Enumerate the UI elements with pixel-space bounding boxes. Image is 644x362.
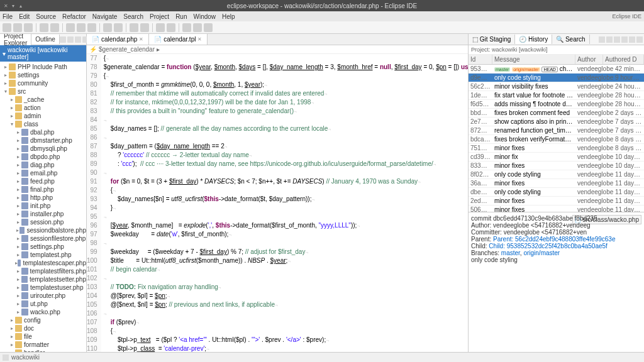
- tab-search[interactable]: 🔍 Search: [552, 35, 589, 44]
- window-min-icon[interactable]: ▾: [10, 3, 16, 9]
- commit-row[interactable]: 8339315minor fixesvendeeglobe 10 days ag…: [469, 162, 644, 170]
- tree-item[interactable]: ▸_cache: [0, 96, 86, 104]
- tree-item[interactable]: ▸dbpdo.php: [0, 153, 86, 161]
- editor-tab-calendar-php[interactable]: 📄calendar.php✕: [87, 34, 149, 45]
- debug-icon[interactable]: [66, 23, 75, 32]
- tree-item[interactable]: ▸file: [0, 332, 86, 341]
- menu-source[interactable]: Source: [36, 13, 56, 20]
- tree-item[interactable]: ▸sessiondbalstore.php: [0, 226, 86, 234]
- tree-item[interactable]: ▾src: [0, 87, 86, 96]
- tree-item[interactable]: ▸init.php: [0, 202, 86, 210]
- tree-item[interactable]: ▸config: [0, 316, 86, 324]
- commit-table[interactable]: Id Message Author Authored D 9538525mast…: [469, 55, 644, 212]
- tree-item[interactable]: ▸dbmstarter.php: [0, 136, 86, 145]
- tree-item[interactable]: ▸final.php: [0, 185, 86, 194]
- close-icon[interactable]: ✕: [139, 36, 143, 42]
- tree-item[interactable]: ▸ut.php: [0, 300, 86, 308]
- commit-row[interactable]: 8728d28renamed function get_time_formatt…: [469, 126, 644, 135]
- save-all-icon[interactable]: [24, 23, 33, 32]
- tab-history[interactable]: 🕘 History: [515, 35, 552, 44]
- tree-item[interactable]: ▸community: [0, 79, 86, 87]
- menu-project[interactable]: Project: [150, 13, 169, 20]
- tree-item[interactable]: ▸formatter: [0, 341, 86, 349]
- menu-search[interactable]: Search: [123, 13, 143, 20]
- commit-row[interactable]: 2ed0916minor fixesvendeeglobe 11 days ag…: [469, 197, 644, 206]
- tree-item[interactable]: ▸wacko.php: [0, 308, 86, 316]
- run-icon[interactable]: [77, 23, 86, 32]
- back-icon[interactable]: [182, 23, 191, 32]
- tree-item[interactable]: ▾class: [0, 120, 86, 128]
- window-max-icon[interactable]: ▴: [18, 3, 24, 9]
- tree-item[interactable]: ▸feed.php: [0, 177, 86, 185]
- tree-item[interactable]: ▸admin: [0, 112, 86, 120]
- menu-navigate[interactable]: Navigate: [92, 13, 117, 20]
- open-type-icon[interactable]: [130, 23, 138, 32]
- commit-row[interactable]: 2e7d040show captions also in print handl…: [469, 118, 644, 126]
- next-annotation-icon[interactable]: [156, 23, 165, 32]
- tree-item[interactable]: ▸templatestfilters.php: [0, 267, 86, 275]
- commit-row[interactable]: 50694beminor fixesvendeeglobe 11 days ag…: [469, 206, 644, 212]
- tree-item[interactable]: ▸settings: [0, 71, 86, 79]
- menu-edit[interactable]: Edit: [19, 13, 30, 20]
- tab-outline[interactable]: Outline: [31, 35, 60, 44]
- search-icon[interactable]: [114, 23, 123, 32]
- commit-row[interactable]: bdcabf5fixes broken verifyFormatCompatib…: [469, 135, 644, 144]
- commit-row[interactable]: 56c2d02minor visibility fixesvendeeglobe…: [469, 82, 644, 91]
- link-icon[interactable]: [606, 36, 613, 43]
- run-last-icon[interactable]: [87, 23, 96, 32]
- save-icon[interactable]: [13, 23, 22, 32]
- code-editor[interactable]: 7778798081828384858687888990919293949596…: [87, 54, 468, 352]
- prev-annotation-icon[interactable]: [167, 23, 175, 32]
- menu-file[interactable]: File: [3, 13, 13, 20]
- undo-icon[interactable]: [40, 23, 48, 32]
- commit-row[interactable]: dbe1236only code stylingvendeeglobe 11 d…: [469, 188, 644, 197]
- tree-item[interactable]: ▸templatestsetter.php: [0, 275, 86, 283]
- tab-git-staging[interactable]: ⬚ Git Staging: [469, 35, 515, 44]
- commit-row[interactable]: 9538525master origin/master HEAD changev…: [469, 65, 644, 74]
- commit-row[interactable]: 751a062minor fixesvendeeglobe 8 days ago…: [469, 144, 644, 153]
- tree-item[interactable]: ▸action: [0, 104, 86, 112]
- commit-row[interactable]: 8f02848only code stylingvendeeglobe 11 d…: [469, 170, 644, 179]
- tree-item[interactable]: ▸templatest.php: [0, 251, 86, 259]
- tree-item[interactable]: ▸http.php: [0, 194, 86, 202]
- open-task-icon[interactable]: [140, 23, 149, 32]
- commit-row[interactable]: bbda6cffixes broken comment feedvendeegl…: [469, 109, 644, 118]
- link-editor-icon[interactable]: [67, 36, 74, 43]
- tree-item[interactable]: ▸settings.php: [0, 243, 86, 251]
- file-tree[interactable]: ▸PHP Include Path▸settings▸community▾src…: [0, 62, 86, 352]
- editor-tab-calendar-tpl[interactable]: 📄calendar.tpl✕: [149, 34, 208, 45]
- tree-item[interactable]: ▸doc: [0, 324, 86, 332]
- tree-item[interactable]: ▸diag.php: [0, 161, 86, 169]
- commit-row[interactable]: cd39d38minor fixvendeeglobe 10 days ago …: [469, 153, 644, 162]
- menu-window[interactable]: Window: [193, 13, 216, 20]
- menu-help[interactable]: Help: [222, 13, 235, 20]
- tree-item[interactable]: ▸dbmysqli.php: [0, 145, 86, 153]
- new-icon[interactable]: [3, 23, 11, 32]
- pin-icon[interactable]: [204, 23, 213, 32]
- refresh-icon[interactable]: [599, 36, 605, 43]
- close-icon[interactable]: ✕: [197, 36, 202, 42]
- view-menu-icon[interactable]: [75, 36, 81, 43]
- project-root[interactable]: ▾wackowiki [wackowiki master]: [0, 45, 86, 62]
- menu-icon[interactable]: [636, 36, 643, 43]
- forward-icon[interactable]: [193, 23, 202, 32]
- tree-item[interactable]: ▸urirouter.php: [0, 292, 86, 300]
- collapse-all-icon[interactable]: [60, 36, 66, 43]
- commit-row[interactable]: d9ea68donly code stylingvendeeglobe 9 ho…: [469, 74, 644, 82]
- commit-row[interactable]: 36a2c4cminor fixesvendeeglobe 11 days ag…: [469, 179, 644, 188]
- tree-item[interactable]: ▸dbal.php: [0, 128, 86, 136]
- compare-icon[interactable]: [614, 36, 620, 43]
- filter-icon[interactable]: [621, 36, 628, 43]
- tree-item[interactable]: ▸templatestescaper.php: [0, 259, 86, 267]
- tree-item[interactable]: ▸PHP Include Path: [0, 63, 86, 71]
- build-icon[interactable]: [103, 23, 112, 32]
- commit-row[interactable]: 1de1514fix start value for footnote auto…: [469, 91, 644, 100]
- tree-item[interactable]: ▸sessionfilestore.php: [0, 234, 86, 243]
- tree-item[interactable]: ▸installer.php: [0, 210, 86, 218]
- commit-row[interactable]: f6d5f92adds missing ¶ footnote denominat…: [469, 100, 644, 109]
- editor-breadcrumb[interactable]: ⚡$generate_calendar▸: [87, 45, 468, 54]
- window-close-icon[interactable]: ✕: [3, 3, 9, 9]
- menu-run[interactable]: Run: [175, 13, 187, 20]
- redo-icon[interactable]: [50, 23, 59, 32]
- tree-item[interactable]: ▸templatestuser.php: [0, 283, 86, 292]
